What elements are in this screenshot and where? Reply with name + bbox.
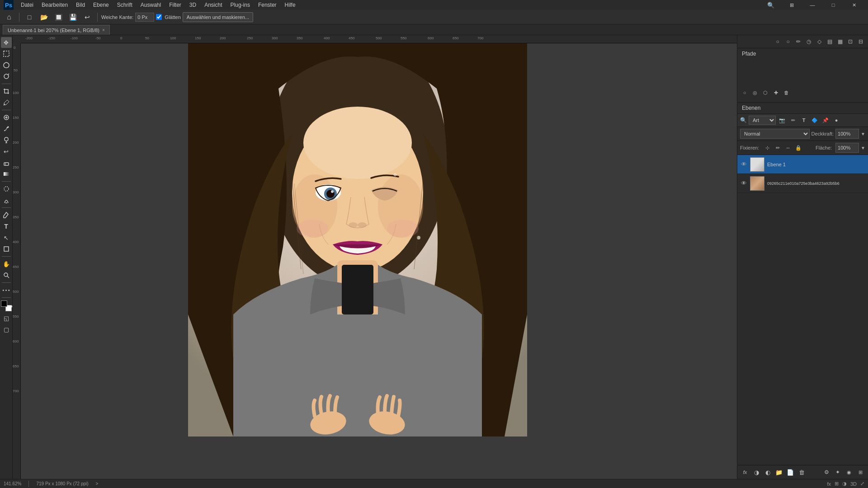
- blend-mode-select[interactable]: Normal: [740, 129, 810, 139]
- foreground-color[interactable]: ⇄: [0, 300, 13, 312]
- panel-icon-rect2[interactable]: ▦: [835, 37, 844, 46]
- tool-pen[interactable]: [1, 210, 12, 221]
- tab-close-btn[interactable]: ×: [102, 28, 105, 33]
- opacity-chevron[interactable]: ▼: [861, 131, 865, 136]
- tool-healing[interactable]: [1, 112, 12, 123]
- status-mask-icon[interactable]: ◑: [842, 481, 847, 487]
- layer-filter-btn-shape[interactable]: 🔷: [810, 116, 819, 125]
- tool-gradient[interactable]: [1, 169, 12, 179]
- panel-icon-diamond[interactable]: ◇: [815, 37, 824, 46]
- paths-btn-circle[interactable]: ○: [740, 88, 749, 97]
- browse-icon[interactable]: 🔲: [52, 11, 65, 23]
- menu-ebene[interactable]: Ebene: [90, 1, 113, 9]
- home-icon[interactable]: ⌂: [3, 11, 15, 23]
- feather-input[interactable]: [135, 13, 154, 22]
- save-icon[interactable]: 💾: [66, 11, 79, 23]
- panel-fx-icon[interactable]: ✦: [833, 467, 843, 477]
- tool-lasso[interactable]: [1, 60, 12, 70]
- tool-text[interactable]: T: [1, 221, 12, 232]
- menu-ansicht[interactable]: Ansicht: [201, 1, 226, 9]
- smooth-checkbox[interactable]: [156, 14, 162, 20]
- extra-tools[interactable]: • • •: [1, 285, 12, 296]
- layer-btn-mask[interactable]: ◑: [751, 467, 761, 477]
- menu-datei[interactable]: Datei: [17, 1, 37, 9]
- status-expand-icon[interactable]: ⤢: [860, 481, 864, 487]
- tool-path-select[interactable]: ↖: [1, 232, 12, 243]
- paths-btn-delete[interactable]: 🗑: [782, 88, 791, 97]
- fill-chevron[interactable]: ▼: [861, 145, 865, 150]
- layer-filter-btn-pen[interactable]: ✏: [788, 116, 797, 125]
- status-adjust-icon[interactable]: ⊞: [835, 481, 839, 487]
- lock-image[interactable]: ✏: [773, 143, 782, 152]
- status-3d-icon[interactable]: 3D: [850, 481, 857, 487]
- tool-clone-stamp[interactable]: [1, 135, 12, 145]
- search-icon-toolbar[interactable]: 🔍: [760, 0, 781, 10]
- tool-move[interactable]: ✥: [1, 37, 12, 48]
- panel-icon-clock[interactable]: ◷: [804, 37, 813, 46]
- menu-schrift[interactable]: Schrift: [113, 1, 136, 9]
- layer-filter-active[interactable]: ●: [832, 116, 841, 125]
- tool-brush[interactable]: [1, 123, 12, 134]
- panel-icon-rect1[interactable]: ▤: [825, 37, 834, 46]
- panel-expand-icon[interactable]: ⊞: [855, 467, 865, 477]
- screen-mode[interactable]: ▢: [1, 324, 12, 335]
- minimize-btn[interactable]: —: [802, 0, 823, 10]
- tab-document[interactable]: Unbenannt-1 bei 207% (Ebene 1, RGB/8) ×: [3, 25, 110, 35]
- maximize-btn[interactable]: □: [823, 0, 844, 10]
- undo-icon[interactable]: ↩: [81, 11, 94, 23]
- tool-quick-select[interactable]: [1, 71, 12, 82]
- layer-1-eye[interactable]: 👁: [740, 161, 747, 168]
- opacity-input[interactable]: [835, 129, 859, 139]
- layer-item-1[interactable]: 👁 Ebene 1: [737, 155, 868, 174]
- panel-icon-frame1[interactable]: ⊡: [846, 37, 855, 46]
- layer-2-eye[interactable]: 👁: [740, 180, 747, 187]
- tool-blur[interactable]: [1, 183, 12, 194]
- menu-bild[interactable]: Bild: [72, 1, 89, 9]
- photo-canvas[interactable]: [188, 43, 527, 436]
- tool-shapes[interactable]: [1, 244, 12, 254]
- menu-fenster[interactable]: Fenster: [255, 1, 280, 9]
- layer-btn-new[interactable]: 📄: [785, 467, 795, 477]
- tool-crop[interactable]: [1, 86, 12, 97]
- tool-selection[interactable]: [1, 48, 12, 59]
- open-icon[interactable]: 📂: [38, 11, 50, 23]
- layer-item-2[interactable]: 👁 09265c211e010a725e3ba4623a92b5b6: [737, 174, 868, 193]
- tool-history-brush[interactable]: ↩: [1, 146, 12, 157]
- layer-btn-fx[interactable]: fx: [740, 467, 750, 477]
- fill-input[interactable]: [835, 143, 859, 153]
- layer-btn-group[interactable]: 📁: [774, 467, 784, 477]
- status-arrow[interactable]: >: [96, 481, 99, 486]
- lock-position[interactable]: ↔: [783, 143, 793, 152]
- panel-icon-pen[interactable]: ✏: [794, 37, 803, 46]
- select-mask-btn[interactable]: Auswählen und maskieren...: [183, 12, 253, 22]
- layer-filter-btn-text[interactable]: T: [799, 116, 808, 125]
- panel-icon-circle1[interactable]: ○: [773, 37, 782, 46]
- layer-btn-delete[interactable]: 🗑: [797, 467, 807, 477]
- panel-icon-frame2[interactable]: ⊟: [856, 37, 865, 46]
- menu-plugins[interactable]: Plug-ins: [227, 1, 254, 9]
- panel-settings-icon[interactable]: ⚙: [821, 467, 831, 477]
- menu-auswahl[interactable]: Auswahl: [137, 1, 165, 9]
- menu-3d[interactable]: 3D: [186, 1, 200, 9]
- layer-filter-btn-photo[interactable]: 📷: [778, 116, 787, 125]
- menu-hilfe[interactable]: Hilfe: [281, 1, 299, 9]
- layer-btn-adjustment[interactable]: ◐: [763, 467, 773, 477]
- arrange-icon[interactable]: ⊞: [781, 0, 802, 10]
- status-fx-icon[interactable]: fx: [827, 481, 831, 487]
- layers-filter-select[interactable]: Art: [749, 116, 776, 125]
- panel-status-icon[interactable]: ◉: [844, 467, 854, 477]
- paths-btn-dotcircle[interactable]: ◎: [750, 88, 760, 97]
- tool-eraser[interactable]: [1, 157, 12, 168]
- lock-transparent[interactable]: ⊹: [763, 143, 772, 152]
- tool-eyedropper[interactable]: [1, 97, 12, 108]
- new-doc-icon[interactable]: □: [23, 11, 36, 23]
- tool-hand[interactable]: ✋: [1, 258, 12, 269]
- menu-filter[interactable]: Filter: [165, 1, 185, 9]
- menu-bearbeiten[interactable]: Bearbeiten: [38, 1, 71, 9]
- close-btn[interactable]: ✕: [844, 0, 864, 10]
- lock-all[interactable]: 🔒: [794, 143, 803, 152]
- tool-dodge[interactable]: [1, 195, 12, 206]
- paths-btn-hex[interactable]: ⬡: [761, 88, 770, 97]
- panel-icon-circle2[interactable]: ○: [783, 37, 793, 46]
- quick-mask-mode[interactable]: ◱: [1, 313, 12, 324]
